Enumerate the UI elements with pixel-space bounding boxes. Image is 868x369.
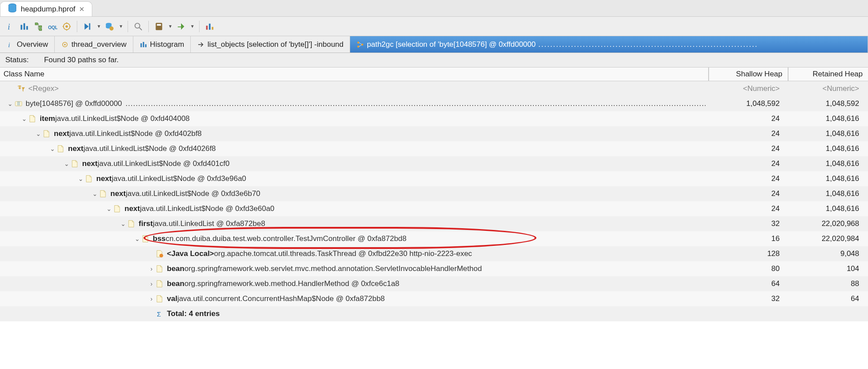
regex-input[interactable]: <Regex>	[28, 84, 59, 93]
database-icon	[8, 3, 17, 15]
calc-icon[interactable]	[153, 21, 165, 32]
tab-label: list_objects [selection of 'byte[]'] -in…	[208, 40, 343, 49]
row-class-detail: java.util.LinkedList$Node @ 0xfd401cf0	[98, 159, 230, 168]
row-field-name: next	[125, 204, 140, 213]
shallow-heap-value: 16	[709, 234, 789, 243]
table-row[interactable]: ›bean org.springframework.web.method.Han…	[0, 276, 868, 291]
table-row[interactable]: ⌄next java.util.LinkedList$Node @ 0xfd40…	[0, 156, 868, 171]
shallow-heap-value: 24	[709, 174, 789, 183]
svg-rect-21	[157, 24, 161, 26]
tab-path2gc[interactable]: path2gc [selection of 'byte[1048576] @ 0…	[350, 36, 868, 53]
retained-heap-value: 104	[789, 264, 868, 273]
svg-rect-4	[26, 26, 28, 30]
row-class-detail: java.util.LinkedList$Node @ 0xfd402bf8	[69, 129, 202, 138]
retained-heap-value: 1,048,616	[789, 159, 868, 168]
subtabs: i Overview thread_overview Histogram lis…	[0, 36, 868, 53]
search-icon[interactable]	[132, 21, 144, 32]
svg-rect-6	[39, 26, 42, 28]
expander-icon[interactable]: ⌄	[77, 175, 85, 182]
row-field-name: Total: 4 entries	[167, 309, 220, 318]
retained-heap-value: 22,020,984	[789, 234, 868, 243]
col-class-name[interactable]: Class Name	[0, 68, 709, 81]
chart-icon[interactable]	[204, 21, 215, 32]
retained-heap-value: 1,048,616	[789, 144, 868, 153]
svg-point-18	[135, 23, 140, 28]
retained-heap-value: 64	[789, 294, 868, 303]
table-row[interactable]: ⌄bss cn.com.duiba.duiba.test.web.control…	[0, 231, 868, 246]
svg-rect-23	[209, 23, 211, 30]
expander-icon[interactable]: ⌄	[91, 190, 99, 197]
chevron-down-icon[interactable]: ▼	[190, 24, 195, 29]
expander-icon[interactable]: ⌄	[49, 145, 57, 152]
table-row[interactable]: ›val java.util.concurrent.ConcurrentHash…	[0, 291, 868, 306]
expander-icon[interactable]: ⌄	[6, 100, 14, 107]
table-row[interactable]: ⌄byte[1048576] @ 0xffd00000.............…	[0, 96, 868, 111]
file-icon	[155, 294, 164, 303]
expander-icon[interactable]: ⌄	[20, 115, 28, 122]
svg-line-19	[140, 27, 142, 30]
gear-icon[interactable]	[61, 21, 72, 32]
svg-rect-22	[206, 26, 208, 30]
sigma-icon	[155, 309, 164, 318]
table-row[interactable]: ⌄next java.util.LinkedList$Node @ 0xfd3e…	[0, 186, 868, 201]
retained-heap-value: 1,048,616	[789, 189, 868, 198]
table-row[interactable]: ⌄next java.util.LinkedList$Node @ 0xfd3e…	[0, 171, 868, 186]
row-class-detail: java.util.LinkedList$Node @ 0xfd3e6b70	[126, 189, 260, 198]
editor-tabs: heapdump.hprof ✕	[0, 0, 868, 17]
row-field-name: next	[82, 159, 98, 168]
expander-icon[interactable]: ⌄	[119, 220, 127, 227]
expander-icon[interactable]: ›	[147, 280, 155, 287]
expander-icon[interactable]: ›	[147, 295, 155, 302]
tab-thread-overview[interactable]: thread_overview	[55, 36, 133, 53]
retained-filter[interactable]: <Numeric>	[789, 84, 868, 93]
row-field-name: first	[139, 219, 153, 228]
expander-icon[interactable]: ⌄	[63, 160, 71, 167]
svg-point-27	[64, 44, 66, 45]
table-row[interactable]: ⌄item java.util.LinkedList$Node @ 0xfd40…	[0, 111, 868, 126]
file-icon	[57, 144, 65, 153]
svg-text:i: i	[8, 41, 10, 49]
tree-icon[interactable]	[33, 21, 44, 32]
table-row[interactable]: ⌄next java.util.LinkedList$Node @ 0xfd40…	[0, 126, 868, 141]
histogram-icon[interactable]	[19, 21, 30, 32]
tab-label: Histogram	[150, 40, 184, 49]
editor-tab-heapdump[interactable]: heapdump.hprof ✕	[0, 1, 92, 16]
oql-icon[interactable]: OQL	[47, 21, 58, 32]
shallow-filter[interactable]: <Numeric>	[709, 84, 789, 93]
table-row[interactable]: ⌄next java.util.LinkedList$Node @ 0xfd40…	[0, 141, 868, 156]
shallow-heap-value: 24	[709, 129, 789, 138]
tab-label: Overview	[17, 40, 48, 49]
table-row[interactable]: ⌄next java.util.LinkedList$Node @ 0xfd3e…	[0, 201, 868, 216]
col-shallow[interactable]: Shallow Heap	[709, 68, 789, 81]
table-row[interactable]: ›bean org.springframework.web.servlet.mv…	[0, 261, 868, 276]
rows-body: <Regex> <Numeric> <Numeric> ⌄byte[104857…	[0, 81, 868, 321]
chevron-down-icon[interactable]: ▼	[119, 24, 123, 29]
expander-icon[interactable]: ›	[147, 265, 155, 272]
svg-text:i: i	[8, 23, 10, 31]
chevron-down-icon[interactable]: ▼	[97, 24, 101, 29]
export-icon[interactable]	[175, 21, 187, 32]
tab-list-objects[interactable]: list_objects [selection of 'byte[]'] -in…	[191, 36, 350, 53]
expander-icon[interactable]: ⌄	[34, 130, 42, 137]
retained-heap-value: 1,048,616	[789, 204, 868, 213]
regex-filter-row: <Regex> <Numeric> <Numeric>	[0, 81, 868, 96]
tab-overview[interactable]: i Overview	[0, 36, 55, 53]
expander-icon[interactable]: ⌄	[105, 205, 113, 212]
row-field-name: <Java Local>	[167, 249, 214, 258]
table-row[interactable]: Total: 4 entries	[0, 306, 868, 321]
expander-icon[interactable]: ⌄	[133, 235, 141, 242]
db-gear-icon[interactable]	[104, 21, 115, 32]
chevron-down-icon[interactable]: ▼	[168, 24, 173, 29]
close-icon[interactable]: ✕	[79, 5, 85, 13]
svg-rect-15	[89, 23, 91, 30]
table-row[interactable]: <Java Local> org.apache.tomcat.util.thre…	[0, 246, 868, 261]
row-class-detail: java.util.LinkedList @ 0xfa872be8	[153, 219, 265, 228]
info-icon[interactable]: i	[4, 21, 16, 32]
run-icon[interactable]	[82, 21, 93, 32]
shallow-heap-value: 80	[709, 264, 789, 273]
retained-heap-value: 1,048,592	[789, 99, 868, 108]
table-row[interactable]: ⌄first java.util.LinkedList @ 0xfa872be8…	[0, 216, 868, 231]
row-field-name: val	[167, 294, 177, 303]
tab-histogram[interactable]: Histogram	[133, 36, 191, 53]
col-retained[interactable]: Retained Heap	[789, 68, 868, 81]
